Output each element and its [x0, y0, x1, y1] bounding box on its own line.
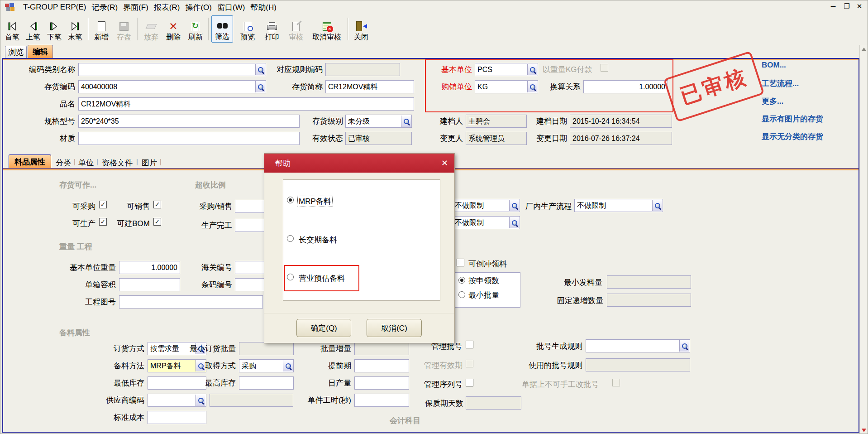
dialog-long-lead-radio[interactable] — [287, 235, 294, 242]
acquire-method-lookup-button[interactable] — [283, 360, 293, 371]
tab-edit[interactable]: 编辑 — [28, 45, 53, 58]
toolbar-print-button[interactable]: 打印 — [262, 15, 282, 43]
link-show-items-with-images[interactable]: 显示有图片的存货 — [762, 114, 823, 124]
menu-interface[interactable]: 界面(F) — [120, 1, 151, 14]
menu-help[interactable]: 帮助(H) — [248, 1, 279, 14]
coding-category-lookup-button[interactable] — [255, 64, 265, 75]
vertical-scrollbar[interactable] — [859, 45, 868, 434]
factory-flow-field[interactable]: 不做限制 — [574, 199, 663, 212]
drawing-no-field[interactable] — [119, 295, 263, 309]
producible-checkbox[interactable] — [99, 218, 107, 226]
supplier-code-field[interactable] — [148, 394, 206, 407]
restriction-field-2[interactable]: 不做限制 — [452, 216, 520, 229]
can-bom-checkbox[interactable] — [153, 218, 161, 226]
dialog-ok-button[interactable]: 确定(Q) — [296, 319, 351, 337]
toolbar-first-button[interactable]: 首笔 — [2, 15, 22, 43]
daily-output-field[interactable] — [354, 376, 409, 390]
toolbar-close-label: 关闭 — [354, 33, 368, 41]
dialog-close-icon[interactable]: ✕ — [441, 158, 448, 168]
product-name-field[interactable]: CR12MOV精料 — [78, 97, 414, 111]
restriction-lookup-button[interactable] — [509, 200, 519, 211]
max-stock-field[interactable] — [239, 376, 294, 390]
manage-lot-checkbox[interactable] — [466, 341, 473, 348]
backflush-checkbox[interactable] — [457, 259, 464, 266]
spec-field[interactable]: 250*240*35 — [78, 115, 300, 128]
minimize-button[interactable]: ─ — [828, 2, 839, 10]
base-unit-lookup-button[interactable] — [527, 64, 537, 75]
dialog-sales-forecast-label[interactable]: 营业预估备料 — [299, 273, 345, 284]
menu-record[interactable]: 记录(R) — [89, 1, 120, 14]
tab-images[interactable]: 图片 — [142, 158, 157, 168]
item-code-lookup-button[interactable] — [255, 81, 265, 92]
lot-rule-field[interactable] — [586, 339, 690, 352]
toolbar-new-button[interactable]: 新增 — [91, 15, 112, 43]
min-stock-field[interactable] — [148, 376, 206, 390]
by-request-radio[interactable] — [458, 277, 465, 284]
lot-rule-lookup-button[interactable] — [679, 340, 689, 352]
item-code-field[interactable]: 400400008 — [78, 80, 266, 93]
level-field[interactable]: 未分级 — [345, 115, 412, 128]
toolbar-delete-button[interactable]: 删除 — [163, 15, 184, 43]
item-abbr-label: 存货简称 — [271, 82, 323, 92]
close-window-button[interactable]: ✕ — [854, 2, 865, 10]
min-batch-radio[interactable] — [458, 291, 465, 298]
save-icon — [118, 20, 130, 32]
drawing-no-label: 工程图号 — [71, 297, 116, 307]
toolbar-cancel-audit-button[interactable]: 取消审核 — [308, 15, 345, 43]
lead-time-field[interactable] — [354, 359, 409, 372]
scroll-up-button[interactable] — [860, 45, 868, 53]
menu-operation[interactable]: 操作(O) — [182, 1, 215, 14]
toolbar-prev-button[interactable]: 上笔 — [23, 15, 43, 43]
item-abbr-field[interactable]: CR12MOV精料 — [325, 80, 414, 93]
material-field[interactable] — [78, 132, 300, 145]
dialog-sales-forecast-radio[interactable] — [287, 274, 294, 280]
toolbar-next-button[interactable]: 下笔 — [44, 15, 64, 43]
link-process-flow[interactable]: 工艺流程... — [762, 78, 799, 89]
tab-classification[interactable]: 分类 — [56, 158, 71, 168]
trade-unit-field[interactable]: KG — [475, 80, 538, 93]
unit-weight-field[interactable]: 1.00000 — [119, 261, 180, 274]
tab-browse[interactable]: 浏览 — [5, 46, 27, 58]
toolbar-close-button[interactable]: 关闭 — [351, 15, 372, 43]
std-cost-field[interactable] — [148, 411, 206, 424]
dialog-mrp-radio[interactable] — [287, 197, 294, 203]
link-show-unclassified-items[interactable]: 显示无分类的存货 — [762, 131, 823, 142]
link-more[interactable]: 更多... — [762, 96, 783, 106]
restore-button[interactable]: ❐ — [841, 2, 852, 10]
trade-unit-label: 购销单位 — [436, 82, 472, 92]
restriction-lookup-button[interactable] — [509, 217, 519, 228]
supplier-code-lookup-button[interactable] — [196, 395, 205, 406]
tab-unit[interactable]: 单位 — [78, 158, 94, 168]
unit-hours-field[interactable] — [354, 394, 409, 407]
toolbar-preview-button[interactable]: 预览 — [237, 15, 258, 43]
toolbar-refresh-button[interactable]: 刷新 — [185, 15, 206, 43]
sellable-checkbox[interactable] — [153, 201, 161, 208]
restriction-field-1[interactable]: 不做限制 — [452, 199, 520, 212]
min-issue-label: 最小发料量 — [564, 278, 602, 288]
tab-qualification-files[interactable]: 资格文件 — [102, 158, 133, 168]
menu-window[interactable]: 窗口(W) — [215, 1, 248, 14]
menu-tgroup-erp[interactable]: T-GROUP ERP(E) — [20, 2, 89, 13]
manage-serial-checkbox[interactable] — [466, 379, 473, 386]
scroll-down-button[interactable] — [860, 426, 868, 434]
dialog-long-lead-label[interactable]: 长交期备料 — [299, 235, 337, 245]
menu-report[interactable]: 报表(R) — [151, 1, 183, 14]
magnifier-icon — [258, 67, 263, 72]
base-unit-field[interactable]: PCS — [475, 63, 538, 76]
dialog-cancel-button[interactable]: 取消(C) — [367, 319, 422, 337]
acquire-method-field[interactable]: 采购 — [239, 359, 294, 372]
dialog-titlebar[interactable]: 帮助 — [264, 154, 454, 173]
toolbar-last-label: 末笔 — [68, 33, 82, 41]
box-volume-field[interactable] — [119, 278, 180, 291]
toolbar-filter-button[interactable]: 筛选 — [211, 15, 233, 43]
toolbar-last-button[interactable]: 末笔 — [65, 15, 85, 43]
coding-category-field[interactable] — [78, 63, 266, 76]
stock-method-field[interactable]: MRP备料 — [148, 359, 206, 372]
conversion-field[interactable]: 1.00000 — [583, 80, 668, 93]
factory-flow-lookup-button[interactable] — [652, 200, 662, 211]
tab-item-attributes[interactable]: 料品属性 — [9, 154, 51, 169]
purchasable-checkbox[interactable] — [99, 201, 107, 208]
dialog-mrp-label[interactable]: MRP备料 — [297, 196, 333, 207]
link-bom[interactable]: BOM... — [762, 61, 786, 70]
level-lookup-button[interactable] — [401, 116, 411, 127]
